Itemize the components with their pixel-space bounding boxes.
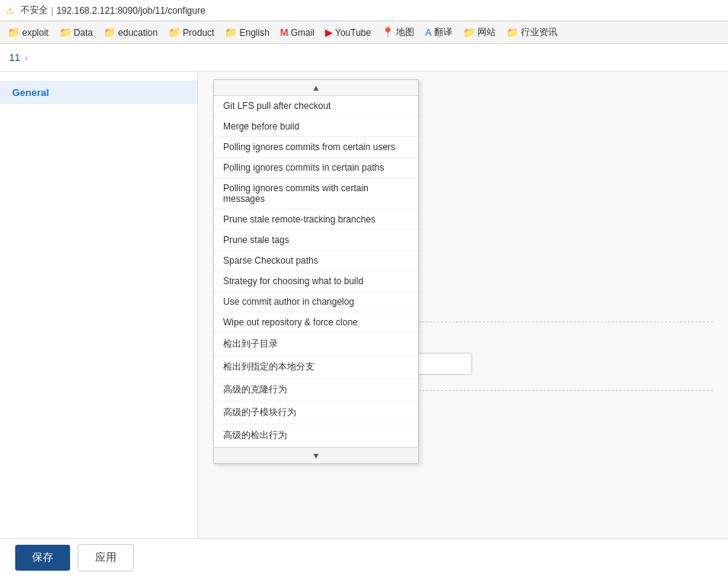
dropdown-item-9[interactable]: Use commit author in changelog xyxy=(214,292,418,312)
top-bar: ⚠ 不安全 | 192.168.2.121:8090/job/11/config… xyxy=(0,0,728,21)
bookmark-industry-label: 行业资讯 xyxy=(521,26,557,39)
bookmark-youtube[interactable]: ▶ YouTube xyxy=(322,25,374,40)
folder-icon: 📁 xyxy=(168,27,180,38)
sidebar-item-general[interactable]: General xyxy=(0,81,197,104)
bookmark-product[interactable]: 📁 Product xyxy=(165,25,217,40)
dropdown-item-10[interactable]: Wipe out repository & force clone xyxy=(214,312,418,333)
gmail-icon: M xyxy=(280,27,289,38)
dropdown-scroll-up[interactable]: ▲ xyxy=(214,80,418,96)
translate-icon: A xyxy=(425,27,432,38)
scroll-down-icon: ▼ xyxy=(312,451,321,460)
bookmark-english-label: English xyxy=(239,27,269,38)
breadcrumb-separator: › xyxy=(24,52,27,63)
dropdown-item-3[interactable]: Polling ignores commits in certain paths xyxy=(214,158,418,178)
dropdown-item-0[interactable]: Git LFS pull after checkout xyxy=(214,96,418,117)
bookmarks-bar: 📁 exploit 📁 Data 📁 education 📁 Product 📁… xyxy=(0,21,728,44)
bottom-action-bar: 保存 应用 xyxy=(0,538,728,576)
folder-icon: 📁 xyxy=(506,27,519,38)
dropdown-item-2[interactable]: Polling ignores commits from certain use… xyxy=(214,137,418,158)
dropdown-item-7[interactable]: Sparse Checkout paths xyxy=(214,251,418,271)
breadcrumb-bar: 11 › xyxy=(0,44,728,72)
save-button[interactable]: 保存 xyxy=(15,545,70,571)
folder-icon: 📁 xyxy=(104,27,116,38)
dropdown-menu: ▲ Git LFS pull after checkout Merge befo… xyxy=(213,79,419,464)
dropdown-item-5[interactable]: Prune stale remote-tracking branches xyxy=(214,210,418,230)
maps-icon: 📍 xyxy=(382,27,394,38)
folder-icon: 📁 xyxy=(8,27,20,38)
scroll-up-icon: ▲ xyxy=(312,83,321,92)
bookmark-maps-label: 地图 xyxy=(396,26,414,39)
folder-icon: 📁 xyxy=(463,27,475,38)
dropdown-item-8[interactable]: Strategy for choosing what to build xyxy=(214,271,418,292)
bookmark-website-label: 网站 xyxy=(477,26,496,39)
sidebar: General xyxy=(0,72,198,538)
youtube-icon: ▶ xyxy=(325,27,333,38)
bookmark-youtube-label: YouTube xyxy=(335,27,371,38)
dropdown-item-11[interactable]: 检出到子目录 xyxy=(214,333,418,356)
content-area: ▲ Git LFS pull after checkout Merge befo… xyxy=(198,72,728,538)
bookmark-data[interactable]: 📁 Data xyxy=(56,25,96,40)
bookmark-gmail[interactable]: M Gmail xyxy=(277,25,318,40)
bookmark-industry[interactable]: 📁 行业资讯 xyxy=(503,24,560,40)
bookmark-product-label: Product xyxy=(183,27,214,38)
warning-icon: ⚠ xyxy=(6,5,14,16)
dropdown-item-6[interactable]: Prune stale tags xyxy=(214,230,418,251)
apply-button[interactable]: 应用 xyxy=(78,544,134,571)
bookmark-english[interactable]: 📁 English xyxy=(222,25,272,40)
bookmark-website[interactable]: 📁 网站 xyxy=(460,24,499,40)
dropdown-item-13[interactable]: 高级的克隆行为 xyxy=(214,379,418,402)
bookmark-exploit[interactable]: 📁 exploit xyxy=(5,25,52,40)
bookmark-data-label: Data xyxy=(74,27,93,38)
dropdown-scroll-down[interactable]: ▼ xyxy=(214,447,418,463)
main-layout: General ▲ Git LFS pull after checkout Me… xyxy=(0,72,728,538)
breadcrumb-item-11[interactable]: 11 xyxy=(9,52,20,63)
dropdown-item-15[interactable]: 高级的检出行为 xyxy=(214,424,418,447)
folder-icon: 📁 xyxy=(59,27,72,38)
dropdown-item-1[interactable]: Merge before build xyxy=(214,117,418,137)
security-label: 不安全 xyxy=(21,4,48,17)
bookmark-translate-label: 翻译 xyxy=(434,26,452,39)
bookmark-education[interactable]: 📁 education xyxy=(101,25,161,40)
bookmark-translate[interactable]: A 翻译 xyxy=(422,24,455,40)
folder-icon: 📁 xyxy=(225,27,237,38)
bookmark-maps[interactable]: 📍 地图 xyxy=(378,24,417,40)
dropdown-item-14[interactable]: 高级的子模块行为 xyxy=(214,402,418,424)
url-separator: | xyxy=(51,5,53,16)
dropdown-item-4[interactable]: Polling ignores commits with certain mes… xyxy=(214,178,418,210)
bookmark-education-label: education xyxy=(118,27,158,38)
bookmark-exploit-label: exploit xyxy=(22,27,49,38)
url-display: 192.168.2.121:8090/job/11/configure xyxy=(56,5,206,16)
bookmark-gmail-label: Gmail xyxy=(291,27,315,38)
dropdown-item-12[interactable]: 检出到指定的本地分支 xyxy=(214,356,418,379)
